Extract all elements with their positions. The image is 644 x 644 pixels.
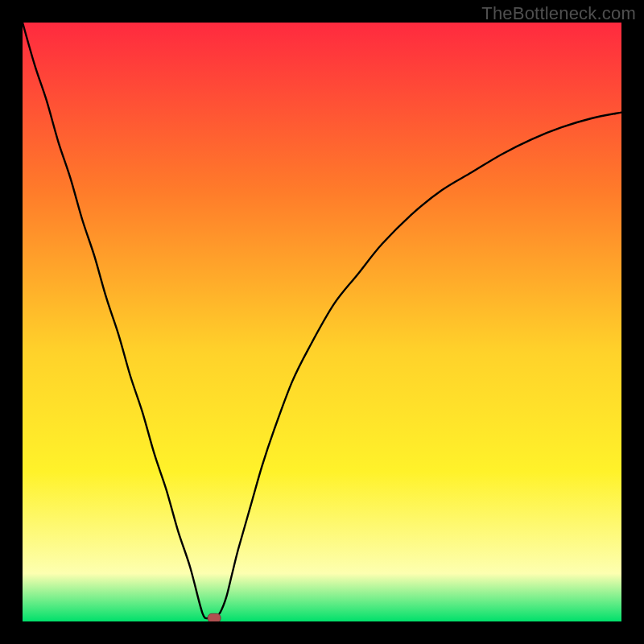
- gradient-background: [23, 23, 621, 621]
- watermark-text: TheBottleneck.com: [481, 3, 636, 24]
- chart-frame: TheBottleneck.com: [0, 0, 644, 644]
- chart-svg: [23, 23, 621, 621]
- optimal-marker: [208, 613, 221, 621]
- plot-area: [23, 23, 621, 621]
